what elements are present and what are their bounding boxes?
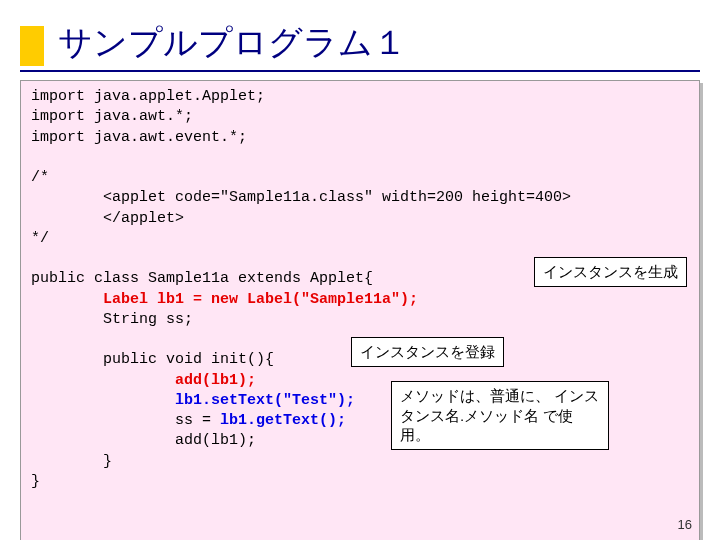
callout-register-instance: インスタンスを登録 <box>351 337 504 367</box>
highlight-red: add(lb1); <box>175 372 256 389</box>
code-line: } <box>31 453 112 470</box>
code-line: add(lb1); <box>31 432 256 449</box>
code-line: String ss; <box>31 311 193 328</box>
callout-method-usage: メソッドは、普通に、 インスタンス名.メソッド名 で使用。 <box>391 381 609 450</box>
callout-generate-instance: インスタンスを生成 <box>534 257 687 287</box>
code-line: lb1.setText("Test"); <box>31 392 355 409</box>
code-block: import java.applet.Applet; import java.a… <box>20 80 700 540</box>
code-line: public class Sample11a extends Applet{ <box>31 270 373 287</box>
code-line: </applet> <box>31 210 184 227</box>
heading-accent <box>20 26 44 66</box>
highlight-red: Label lb1 = new Label("Sample11a"); <box>103 291 418 308</box>
code-line: ss = lb1.getText(); <box>31 412 346 429</box>
code-line: /* <box>31 169 49 186</box>
code-line: */ <box>31 230 49 247</box>
code-line: Label lb1 = new Label("Sample11a"); <box>31 291 418 308</box>
code-line: import java.awt.event.*; <box>31 129 247 146</box>
code-line: add(lb1); <box>31 372 256 389</box>
heading-rule <box>20 70 700 72</box>
code-line: <applet code="Sample11a.class" width=200… <box>31 189 571 206</box>
slide-title: サンプルプログラム１ <box>58 20 407 66</box>
code-line: import java.awt.*; <box>31 108 193 125</box>
code-line: public void init(){ <box>31 351 274 368</box>
code-line: import java.applet.Applet; <box>31 88 265 105</box>
heading-row: サンプルプログラム１ <box>20 20 700 66</box>
code-line: } <box>31 473 40 490</box>
highlight-blue: lb1.getText(); <box>220 412 346 429</box>
highlight-blue: lb1.setText("Test"); <box>175 392 355 409</box>
page-number: 16 <box>678 517 692 532</box>
